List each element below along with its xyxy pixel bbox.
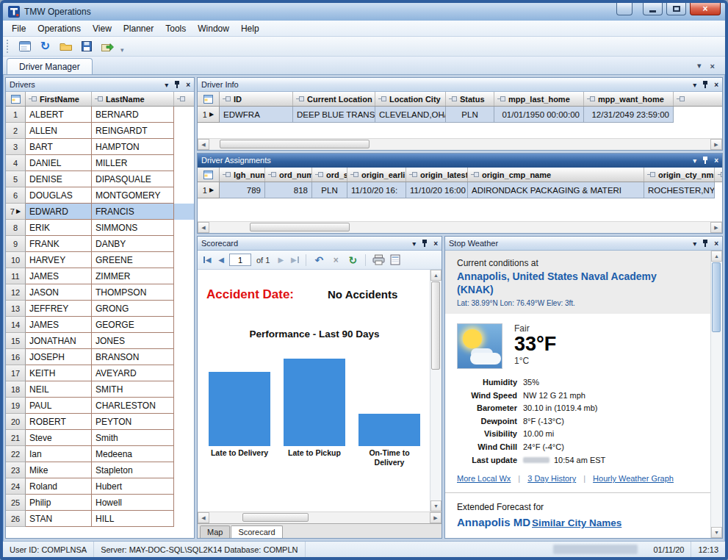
driver-row[interactable]: 25PhilipHowell [6, 495, 194, 511]
stop-weather-panel-header[interactable]: Stop Weather ▾ × [445, 237, 722, 251]
driver-assignments-hscrollbar[interactable]: ◀ ▶ [198, 221, 722, 233]
menu-item-tools[interactable]: Tools [159, 21, 192, 36]
scorecard-panel-header[interactable]: Scorecard ▾ × [198, 237, 442, 251]
driver-row[interactable]: 2ALLENREINGARDT [6, 123, 194, 139]
chevron-down-icon[interactable]: ▾ [693, 240, 696, 248]
scroll-left-icon[interactable]: ◀ [198, 512, 209, 523]
window-pill-button[interactable] [616, 3, 633, 15]
driver-row[interactable]: 18NEILSMITH [6, 381, 194, 398]
report-hscrollbar[interactable]: ◀ ▶ [198, 511, 442, 523]
grid-corner[interactable] [6, 92, 26, 106]
scroll-down-icon[interactable]: ▼ [430, 500, 442, 511]
last-page-button[interactable]: ▶ [289, 254, 300, 267]
column-header-mpp-want-home[interactable]: mpp_want_home [584, 92, 674, 106]
column-header-mpp-last-home[interactable]: mpp_last_home [494, 92, 584, 106]
print-layout-button[interactable] [388, 253, 403, 268]
column-header-location-city[interactable]: Location City [375, 92, 446, 106]
scroll-up-icon[interactable]: ▲ [711, 251, 722, 262]
scroll-right-icon[interactable]: ▶ [430, 512, 442, 523]
scroll-down-icon[interactable]: ▼ [711, 527, 722, 538]
close-icon[interactable]: × [714, 157, 718, 165]
new-form-button[interactable] [15, 38, 34, 54]
toolbar-grip[interactable] [7, 40, 10, 53]
column-header-current-location[interactable]: Current Location [293, 92, 375, 106]
column-header-origin-earli[interactable]: origin_earli [347, 168, 406, 182]
driver-info-row[interactable]: 1 ▶ EDWFRADEEP BLUE TRANSPOCLEVELAND,OH/… [198, 107, 722, 123]
column-header-status[interactable]: Status [446, 92, 494, 106]
weather-link-hourly-weather-graph[interactable]: Hourly Weather Graph [593, 474, 674, 483]
chevron-down-icon[interactable]: ▾ [412, 240, 416, 248]
column-header-origin-cty-nms[interactable]: origin_cty_nms [644, 168, 715, 182]
menu-item-operations[interactable]: Operations [32, 21, 87, 36]
scroll-thumb[interactable] [250, 223, 350, 231]
driver-row[interactable]: 21SteveSmith [6, 430, 194, 446]
tab-driver-manager[interactable]: Driver Manager [7, 58, 93, 74]
driver-row[interactable]: 9FRANKDANBY [6, 236, 194, 252]
column-header-ord-s[interactable]: ord_s [312, 168, 347, 182]
titlebar[interactable]: TMW Operations × [3, 3, 725, 21]
driver-row[interactable]: 17KEITHAVEYARD [6, 365, 194, 381]
weather-link-more-local-wx[interactable]: More Local Wx [457, 474, 511, 483]
driver-row[interactable]: 3BARTHAMPTON [6, 139, 194, 155]
scroll-thumb[interactable] [712, 262, 721, 332]
similar-city-names-link[interactable]: Similar City Names [532, 517, 621, 528]
close-icon[interactable]: × [714, 81, 718, 89]
scorecard-tab-scorecard[interactable]: Scorecard [231, 525, 282, 538]
first-page-button[interactable]: ◀ [201, 254, 213, 267]
scroll-left-icon[interactable]: ◀ [198, 222, 209, 233]
driver-row[interactable]: 8ERIKSIMMONS [6, 220, 194, 236]
back-button[interactable]: ↶ [311, 253, 326, 268]
column-header-lgh-num[interactable]: lgh_num [220, 168, 265, 182]
chevron-down-icon[interactable]: ▾ [693, 157, 696, 165]
menu-item-planner[interactable]: Planner [118, 21, 159, 36]
driver-row[interactable]: 7▶EDWARDFRANCIS [6, 204, 194, 220]
driver-row[interactable]: 6DOUGLASMONTGOMERY [6, 187, 194, 204]
driver-row[interactable]: 14JAMESGEORGE [6, 317, 194, 333]
pin-icon[interactable] [702, 81, 708, 89]
grid-corner[interactable] [198, 168, 220, 182]
column-header-firstname[interactable]: FirstName [26, 92, 92, 106]
close-icon[interactable]: × [433, 240, 438, 248]
column-header-id[interactable]: ID [220, 92, 293, 106]
menu-item-file[interactable]: File [6, 21, 32, 36]
next-page-button[interactable]: ▶ [275, 254, 286, 267]
refresh-report-button[interactable]: ↻ [345, 253, 360, 268]
driver-row[interactable]: 16JOSEPHBRANSON [6, 349, 194, 365]
grid-corner[interactable] [198, 92, 220, 106]
driver-info-hscrollbar[interactable]: ◀ ▶ [198, 138, 722, 150]
scroll-thumb[interactable] [431, 281, 440, 370]
previous-page-button[interactable]: ◀ [215, 254, 227, 267]
pin-icon[interactable] [174, 81, 180, 89]
driver-row[interactable]: 12JASONTHOMPSON [6, 284, 194, 301]
scroll-thumb[interactable] [220, 140, 370, 148]
column-header-origin-cmp-name[interactable]: origin_cmp_name [468, 168, 644, 182]
scroll-thumb[interactable] [242, 513, 309, 522]
menu-item-help[interactable]: Help [235, 21, 265, 36]
export-button[interactable] [98, 38, 116, 54]
driver-row[interactable]: 13JEFFREYGRONG [6, 301, 194, 317]
tab-close-icon[interactable]: × [710, 62, 715, 71]
driver-row[interactable]: 19PAULCHARLESTON [6, 398, 194, 414]
weather-vscrollbar[interactable]: ▲ ▼ [710, 251, 722, 538]
tab-list-dropdown-icon[interactable]: ▾ [697, 61, 702, 71]
chevron-down-icon[interactable]: ▾ [693, 81, 696, 89]
driver-row[interactable]: 10HARVEYGREENE [6, 252, 194, 268]
save-button[interactable] [77, 38, 95, 54]
driver-info-panel-header[interactable]: Driver Info ▾ × [198, 78, 722, 92]
print-button[interactable] [371, 253, 386, 268]
menu-item-view[interactable]: View [87, 21, 118, 36]
driver-row[interactable]: 4DANIELMILLER [6, 155, 194, 171]
chevron-down-icon[interactable]: ▾ [165, 81, 168, 89]
driver-assignment-row[interactable]: 1 ▶ 789818PLN11/10/20 16:11/10/20 16:00A… [198, 182, 722, 198]
scorecard-tab-map[interactable]: Map [200, 525, 230, 538]
drivers-panel-header[interactable]: Drivers ▾ × [6, 78, 194, 92]
scroll-right-icon[interactable]: ▶ [710, 222, 722, 233]
maximize-button[interactable] [666, 3, 686, 15]
driver-assignments-panel-header[interactable]: Driver Assignments ▾ × [198, 154, 722, 168]
driver-row[interactable]: 5DENISEDIPASQUALE [6, 171, 194, 187]
scroll-up-icon[interactable]: ▲ [430, 270, 442, 281]
driver-row[interactable]: 11JAMESZIMMER [6, 268, 194, 284]
driver-row[interactable]: 20ROBERTPEYTON [6, 414, 194, 430]
pin-icon[interactable] [702, 240, 708, 248]
driver-row[interactable]: 23MikeStapleton [6, 462, 194, 478]
